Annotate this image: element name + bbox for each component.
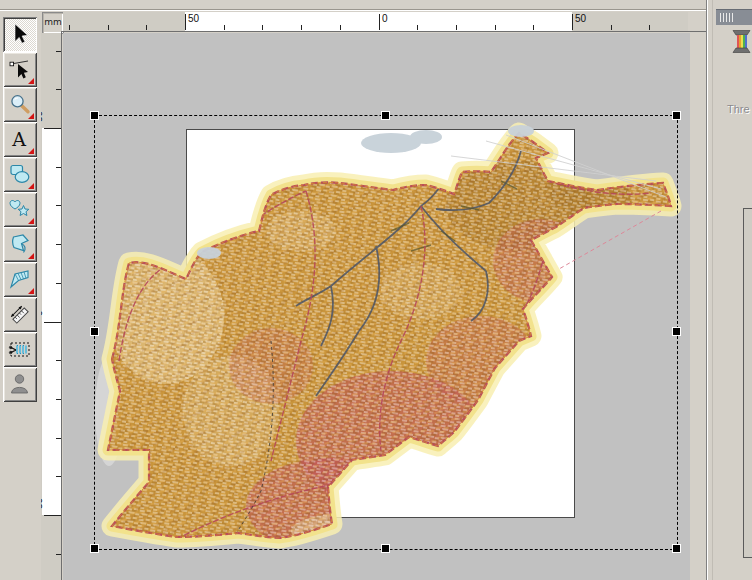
ruler-label: 50 [41,111,44,122]
tool-button-fancy-shapes[interactable] [3,192,37,227]
shapes-icon [8,162,32,186]
ruler-label: 0 [382,14,388,24]
selection-handle[interactable] [90,544,99,553]
ruler-label: 50 [41,498,44,509]
ruler-label: 50 [188,14,199,24]
canvas-frame [61,31,708,580]
svg-text:A: A [11,128,26,150]
ruler-tick [495,25,496,30]
ruler-tick [146,25,147,30]
ruler-tick [185,14,186,30]
tool-button-point-edit[interactable] [3,52,37,87]
ruler-tick [649,25,650,30]
selection-handle[interactable] [672,327,681,336]
thread-list-box[interactable] [743,208,752,558]
design-canvas[interactable] [63,33,690,580]
ruler-tick [301,25,302,30]
panel-drag-grip[interactable] [716,9,752,25]
grip-lines-icon [720,13,733,22]
selection-handle[interactable] [381,111,390,120]
selection-handle[interactable] [672,111,681,120]
portrait-icon [8,372,32,396]
ruler-tick [224,25,225,30]
ruler-tick [44,515,61,516]
tool-button-stitch-select[interactable] [3,332,37,367]
ruler-tick [69,25,70,30]
tool-button-zoom[interactable] [3,87,37,122]
tool-palette: A [0,0,41,580]
horizontal-ruler: 50050 [63,12,688,32]
heart-star-icon [8,197,32,221]
ruler-tick [611,25,612,30]
measure-ruler-icon [8,302,32,326]
tool-button-fill-stitch[interactable] [3,262,37,297]
tool-button-portrait[interactable] [3,367,37,402]
ruler-tick [44,128,61,129]
selection-handle[interactable] [90,111,99,120]
ruler-tick [456,25,457,30]
ruler-tick [417,25,418,30]
selection-handle[interactable] [381,544,390,553]
top-groove-highlight [0,10,710,11]
application-window: A [0,0,752,580]
point-edit-icon [8,57,32,81]
select-arrow-icon [8,22,32,46]
vertical-ruler: 50050 [41,33,62,580]
thread-section-label: Thre [727,103,750,115]
ruler-label: 0 [41,310,44,316]
ruler-tick [340,25,341,30]
text-tool-icon: A [8,127,32,151]
selection-handle[interactable] [90,327,99,336]
thread-spool-icon [730,29,752,55]
tool-button-outline-shape[interactable] [3,227,37,262]
tool-button-measure[interactable] [3,297,37,332]
ruler-tick [262,25,263,30]
outline-shape-icon [8,232,32,256]
tool-button-shapes[interactable] [3,157,37,192]
stitch-scissors-icon [8,337,32,361]
ruler-tick [108,25,109,30]
fill-stitch-icon [8,267,32,291]
selection-handle[interactable] [672,544,681,553]
sewing-attributes-panel: Thre [708,0,752,580]
magnifier-icon [8,92,32,116]
ruler-tick [379,14,380,30]
ruler-tick [572,14,573,30]
ruler-label: 50 [575,14,586,24]
panel-edge-line [712,0,713,580]
ruler-tick [533,25,534,30]
selection-rectangle[interactable] [94,115,678,550]
tool-button-text[interactable]: A [3,122,37,157]
thread-spool-button[interactable] [730,29,752,55]
tool-button-select[interactable] [3,17,37,52]
ruler-tick [44,322,61,323]
